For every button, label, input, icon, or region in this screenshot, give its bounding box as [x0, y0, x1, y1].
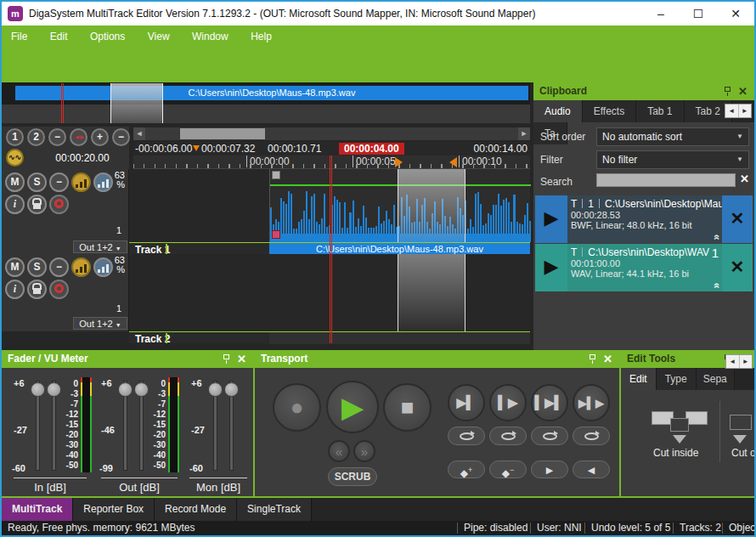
track2-minimize-button[interactable]: −: [49, 257, 69, 277]
zoom-in-button[interactable]: +: [91, 128, 109, 146]
tab-scroll-arrows[interactable]: ◄►: [725, 104, 752, 118]
play-from-mark-button[interactable]: ▍▶: [489, 384, 527, 421]
track1-lock-button[interactable]: [27, 195, 47, 214]
track1-mute-button[interactable]: M: [5, 172, 25, 192]
in-fader-left-knob[interactable]: [31, 382, 45, 397]
play-button[interactable]: ▶: [326, 381, 379, 433]
pin-icon[interactable]: [590, 354, 595, 359]
object-bottom-handle[interactable]: [272, 230, 280, 239]
close-panel-icon[interactable]: ✕: [738, 82, 748, 100]
next-marker-button[interactable]: ▶: [531, 461, 568, 478]
maximize-button[interactable]: ☐: [680, 2, 717, 25]
menu-view[interactable]: View: [138, 25, 179, 42]
tab-scroll-left-icon[interactable]: ◄: [725, 105, 739, 117]
overview-clip-bar[interactable]: C:\Users\nin\Desktop\Maus-48.mp3.wav: [15, 86, 528, 100]
track2-output-select[interactable]: Out 1+2 ▼: [73, 317, 127, 330]
clipboard-item[interactable]: ▶ TC:\Users\nin\Desktop\WAV1 00:01:00.00…: [535, 244, 753, 291]
track2-solo-button[interactable]: S: [27, 257, 47, 277]
waveform-zoom-button[interactable]: ∿∿: [6, 149, 24, 167]
track1-info-button[interactable]: i: [5, 195, 25, 214]
scroll-left-icon[interactable]: ◄: [133, 127, 145, 140]
clip1-remove-button[interactable]: ✕: [722, 195, 753, 243]
tab-audio[interactable]: Audio: [533, 100, 583, 122]
tab-singletrack[interactable]: SingleTrack: [237, 498, 312, 521]
forward-button[interactable]: »: [353, 440, 375, 462]
tab-separate[interactable]: Sepa: [697, 368, 735, 390]
tab-edit[interactable]: Edit: [621, 368, 657, 390]
track2-mute-button[interactable]: M: [5, 257, 25, 277]
menu-file[interactable]: File: [2, 25, 37, 42]
filter-select[interactable]: No filter▼: [596, 150, 749, 169]
overview-viewport[interactable]: [110, 83, 163, 123]
play-selection-button[interactable]: ▍▶▍: [531, 384, 568, 421]
clipboard-item[interactable]: ▶ T1C:\Users\nin\Desktop\Mau 00:00:28.53…: [535, 195, 753, 243]
zoom-preset-2-button[interactable]: 2: [27, 128, 45, 146]
add-marker-button[interactable]: ◆+: [448, 461, 485, 478]
out-fader-right-knob[interactable]: [134, 382, 149, 397]
rewind-button[interactable]: «: [328, 440, 350, 462]
scrub-button[interactable]: SCRUB: [328, 467, 377, 486]
play-to-mark-button[interactable]: ▶▍: [448, 384, 485, 421]
panel-divider[interactable]: [253, 350, 255, 496]
zoom-to-selection-button[interactable]: ◄►: [70, 128, 87, 146]
clip2-remove-button[interactable]: ✕: [722, 244, 753, 291]
mark-in-marker[interactable]: [395, 157, 403, 167]
tab-record-mode[interactable]: Record Mode: [155, 498, 237, 521]
track2-record-button[interactable]: [49, 280, 69, 299]
mark-out-marker[interactable]: [449, 157, 457, 167]
tab-effects[interactable]: Effects: [583, 100, 636, 122]
track2-meter-blue-button[interactable]: [93, 257, 113, 277]
cut-outside-icon[interactable]: [730, 411, 756, 450]
record-button[interactable]: ●: [273, 383, 321, 432]
tab-1[interactable]: Tab 1: [636, 100, 684, 122]
track1-meter-gold-button[interactable]: [71, 172, 91, 192]
object-top-handle[interactable]: [272, 171, 280, 179]
tab-type[interactable]: Type: [657, 368, 697, 390]
track1-clip-label[interactable]: C:\Users\nin\Desktop\Maus-48.mp3.wav: [269, 243, 530, 255]
clip1-play-button[interactable]: ▶: [535, 195, 567, 243]
tab-scroll-right-icon[interactable]: ►: [740, 355, 753, 368]
track1-solo-button[interactable]: S: [27, 172, 47, 192]
stop-button[interactable]: ■: [383, 383, 432, 432]
menu-options[interactable]: Options: [81, 25, 134, 42]
zoom-preset-1-button[interactable]: 1: [6, 128, 24, 146]
mon-fader-left-knob[interactable]: [208, 382, 223, 397]
pin-icon[interactable]: [725, 87, 731, 92]
track1-record-button[interactable]: [49, 195, 69, 214]
track1-meter-blue-button[interactable]: [93, 172, 113, 192]
zoom-minus-button[interactable]: −: [48, 128, 66, 146]
search-clear-icon[interactable]: ✕: [740, 172, 749, 185]
loop-4-button[interactable]: [573, 427, 610, 445]
scrollbar-thumb[interactable]: [180, 128, 265, 139]
scroll-right-icon[interactable]: ►: [518, 127, 530, 140]
playhead[interactable]: [330, 155, 332, 343]
loop-2-button[interactable]: [489, 427, 527, 445]
timeline-scrollbar[interactable]: ◄ ►: [133, 127, 530, 140]
panel-divider[interactable]: [619, 350, 621, 496]
pin-icon[interactable]: [223, 354, 229, 359]
close-button[interactable]: ✕: [717, 2, 754, 25]
play-around-button[interactable]: ▶▍▶: [573, 384, 610, 421]
tab-reporter-box[interactable]: Reporter Box: [73, 498, 155, 521]
track1-output-select[interactable]: Out 1+2 ▼: [73, 240, 127, 253]
mon-fader-right-knob[interactable]: [224, 382, 239, 397]
out-fader-left-knob[interactable]: [118, 382, 133, 397]
in-fader-right-knob[interactable]: [47, 382, 61, 397]
selection-region-track1[interactable]: [398, 169, 465, 242]
clip2-expand-icon[interactable]: «: [712, 283, 722, 289]
tab-multitrack[interactable]: MultiTrack: [2, 498, 73, 521]
menu-edit[interactable]: Edit: [41, 25, 77, 42]
close-panel-icon[interactable]: ✕: [237, 350, 246, 368]
prev-marker-button[interactable]: ◀: [573, 461, 610, 478]
zoom-out-button[interactable]: −: [112, 128, 130, 146]
minimize-button[interactable]: –: [642, 2, 680, 25]
remove-marker-button[interactable]: ◆−: [489, 461, 527, 478]
sort-order-select[interactable]: No automatic sort▼: [596, 127, 749, 146]
loop-1-button[interactable]: [448, 427, 485, 445]
track2-lock-button[interactable]: [27, 280, 47, 299]
tab-scroll-arrows[interactable]: ◄►: [725, 354, 753, 369]
clip2-play-button[interactable]: ▶: [535, 244, 567, 291]
menu-window[interactable]: Window: [183, 25, 238, 42]
menu-help[interactable]: Help: [241, 25, 281, 42]
cut-inside-icon[interactable]: [652, 411, 708, 450]
